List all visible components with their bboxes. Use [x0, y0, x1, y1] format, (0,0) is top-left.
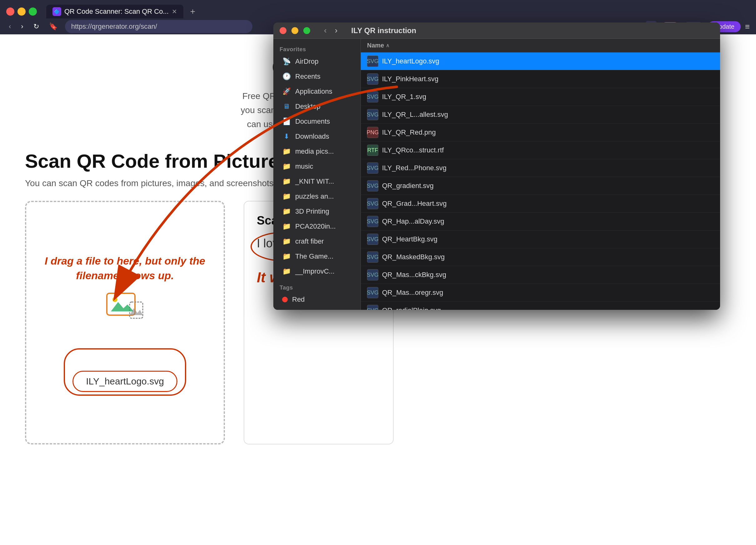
sidebar-item-pca2020[interactable]: 📁 PCA2020in...: [276, 219, 358, 234]
music-label: music: [295, 162, 313, 171]
file-item-ily-qr-largest[interactable]: SVG ILY_QR_L...allest.svg: [361, 106, 720, 124]
finder-body: Favorites 📡 AirDrop 🕐 Recents 🚀 Applicat…: [273, 39, 720, 310]
file-item-ily-heart-logo[interactable]: SVG ILY_heartLogo.svg: [361, 52, 720, 70]
file-thumb-svg: SVG: [367, 305, 378, 310]
file-name: QR_MaskedBkg.svg: [382, 253, 714, 261]
file-list-header: Name ∧: [361, 39, 720, 52]
file-item-qr-hap-alday[interactable]: SVG QR_Hap...alDay.svg: [361, 213, 720, 230]
menu-button[interactable]: ≡: [745, 22, 750, 32]
sidebar-item-documents[interactable]: 📄 Documents: [276, 114, 358, 129]
finder-close-button[interactable]: [280, 27, 286, 34]
finder-sidebar: Favorites 📡 AirDrop 🕐 Recents 🚀 Applicat…: [273, 39, 361, 310]
knit-wit-label: _KNIT WIT...: [295, 177, 334, 186]
window-controls: [6, 7, 37, 16]
file-name: QR_Grad...Heart.svg: [382, 200, 714, 208]
tab-favicon: 🔷: [52, 7, 61, 16]
file-name: ILY_PinkHeart.svg: [382, 75, 714, 83]
address-input[interactable]: [65, 20, 252, 33]
file-name: QR_Mas...ckBkg.svg: [382, 271, 714, 279]
sidebar-item-media-pics[interactable]: 📁 media pics...: [276, 144, 358, 159]
documents-icon: 📄: [282, 117, 291, 126]
sidebar-tag-red[interactable]: Red: [276, 292, 358, 307]
drop-instruction: I drag a file to here, but only the file…: [39, 254, 211, 283]
tag-red-dot: [282, 297, 288, 302]
finder-forward-button[interactable]: ›: [332, 25, 340, 36]
sidebar-item-3d-printing[interactable]: 📁 3D Printing: [276, 204, 358, 219]
new-tab-button[interactable]: +: [187, 5, 199, 18]
file-name: QR_radialPlain.svg: [382, 306, 714, 310]
craft-fiber-label: craft fiber: [295, 237, 324, 245]
bookmark-button[interactable]: 🔖: [47, 21, 60, 32]
documents-label: Documents: [295, 117, 330, 126]
sidebar-item-applications[interactable]: 🚀 Applications: [276, 84, 358, 99]
downloads-icon: ⬇: [282, 132, 291, 141]
airdrop-label: AirDrop: [295, 57, 319, 66]
file-thumb-svg: SVG: [367, 216, 378, 227]
minimize-button[interactable]: [17, 7, 26, 16]
craft-fiber-icon: 📁: [282, 237, 291, 246]
file-thumb-svg: SVG: [367, 198, 378, 209]
desktop-label: Desktop: [295, 102, 321, 111]
3d-printing-label: 3D Printing: [295, 207, 329, 216]
the-game-icon: 📁: [282, 252, 291, 261]
tab-close-button[interactable]: ✕: [172, 8, 177, 15]
drop-zone[interactable]: I drag a file to here, but only the file…: [25, 201, 225, 444]
file-item-qr-grad-heart[interactable]: SVG QR_Grad...Heart.svg: [361, 195, 720, 213]
file-name: ILY_QR_Red.png: [382, 128, 714, 136]
file-item-qr-masoregr[interactable]: SVG QR_Mas...oregr.svg: [361, 284, 720, 302]
sidebar-item-downloads[interactable]: ⬇ Downloads: [276, 129, 358, 144]
file-name: ILY_heartLogo.svg: [382, 57, 714, 65]
file-thumb-svg: SVG: [367, 91, 378, 102]
finder-maximize-button[interactable]: [303, 27, 310, 34]
reload-button[interactable]: ↻: [31, 21, 42, 32]
finder-minimize-button[interactable]: [291, 27, 298, 34]
maximize-button[interactable]: [29, 7, 37, 16]
tag-red-label: Red: [292, 295, 305, 304]
file-item-ily-pink-heart[interactable]: SVG ILY_PinkHeart.svg: [361, 70, 720, 88]
active-tab[interactable]: 🔷 QR Code Scanner: Scan QR Co... ✕: [46, 5, 183, 18]
sidebar-item-knit-wit[interactable]: 📁 _KNIT WIT...: [276, 174, 358, 189]
applications-label: Applications: [295, 87, 332, 96]
file-item-ily-qrco-struct[interactable]: RTF ILY_QRco...struct.rtf: [361, 141, 720, 159]
name-column-header: Name ∧: [367, 42, 714, 49]
close-button[interactable]: [6, 7, 14, 16]
file-item-qr-masckbkg[interactable]: SVG QR_Mas...ckBkg.svg: [361, 266, 720, 284]
file-item-qr-radialplain[interactable]: SVG QR_radialPlain.svg: [361, 302, 720, 310]
recents-label: Recents: [295, 72, 321, 81]
applications-icon: 🚀: [282, 87, 291, 96]
sidebar-item-craft-fiber[interactable]: 📁 craft fiber: [276, 234, 358, 249]
file-name: ILY_QR_L...allest.svg: [382, 111, 714, 119]
file-thumb-svg: SVG: [367, 287, 378, 298]
file-thumb-svg: SVG: [367, 269, 378, 280]
airdrop-icon: 📡: [282, 57, 291, 66]
improvc-icon: 📁: [282, 267, 291, 276]
desktop-icon: 🖥: [282, 102, 291, 111]
sidebar-item-improvc[interactable]: 📁 __ImprovC...: [276, 264, 358, 279]
file-item-qr-maskedbkg[interactable]: SVG QR_MaskedBkg.svg: [361, 248, 720, 266]
tags-label: Tags: [273, 282, 361, 292]
tab-bar: 🔷 QR Code Scanner: Scan QR Co... ✕ +: [0, 0, 756, 19]
sidebar-item-recents[interactable]: 🕐 Recents: [276, 69, 358, 84]
sidebar-item-music[interactable]: 📁 music: [276, 159, 358, 174]
file-item-ily-qr-red[interactable]: PNG ILY_QR_Red.png: [361, 124, 720, 141]
finder-file-list: Name ∧ SVG ILY_heartLogo.svg SVG ILY_Pin…: [361, 39, 720, 310]
the-game-label: The Game...: [295, 252, 333, 260]
sidebar-item-puzzles[interactable]: 📁 puzzles an...: [276, 189, 358, 204]
sidebar-item-the-game[interactable]: 📁 The Game...: [276, 249, 358, 264]
improvc-label: __ImprovC...: [295, 267, 335, 275]
file-item-ily-qr-1[interactable]: SVG ILY_QR_1.svg: [361, 88, 720, 106]
file-thumb-png: PNG: [367, 127, 378, 138]
pca2020-label: PCA2020in...: [295, 222, 336, 230]
forward-button[interactable]: ›: [18, 21, 26, 32]
finder-back-button[interactable]: ‹: [321, 25, 329, 36]
file-thumb-svg: SVG: [367, 251, 378, 263]
sidebar-item-airdrop[interactable]: 📡 AirDrop: [276, 54, 358, 69]
file-item-qr-gradient[interactable]: SVG QR_gradient.svg: [361, 177, 720, 195]
sidebar-item-desktop[interactable]: 🖥 Desktop: [276, 99, 358, 114]
back-button[interactable]: ‹: [6, 21, 13, 32]
file-item-qr-heartbkg[interactable]: SVG QR_HeartBkg.svg: [361, 230, 720, 248]
media-pics-icon: 📁: [282, 147, 291, 156]
sidebar-tag-orange[interactable]: Orange: [276, 307, 358, 310]
media-pics-label: media pics...: [295, 147, 334, 156]
file-item-ily-red-phone[interactable]: SVG ILY_Red...Phone.svg: [361, 159, 720, 177]
